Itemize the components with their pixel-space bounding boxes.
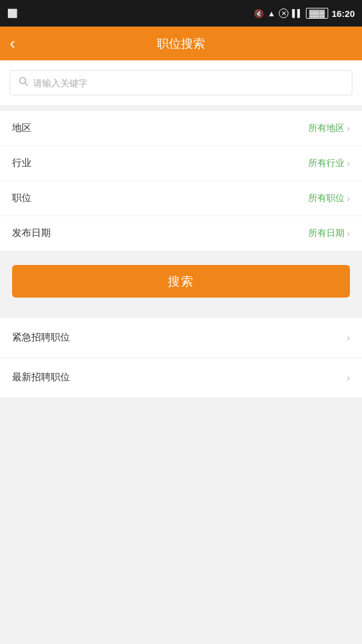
quick-link-urgent-label: 紧急招聘职位 [12, 331, 70, 344]
filter-row-date[interactable]: 发布日期 所有日期 › [0, 216, 362, 250]
quick-link-urgent[interactable]: 紧急招聘职位 › [0, 318, 362, 358]
filter-value-region-row: 所有地区 › [308, 123, 350, 134]
status-left: ⬜ [7, 8, 17, 18]
quick-link-latest[interactable]: 最新招聘职位 › [0, 358, 362, 397]
battery-icon: ▓▓▓ [306, 8, 328, 19]
search-button[interactable]: 搜索 [12, 265, 350, 298]
chevron-urgent-icon: › [347, 333, 350, 343]
filter-value-region: 所有地区 [308, 123, 345, 134]
search-section [0, 60, 362, 105]
back-button[interactable]: ‹ [10, 34, 15, 53]
chevron-industry-icon: › [347, 158, 350, 169]
back-icon: ‹ [10, 34, 15, 53]
quick-link-latest-label: 最新招聘职位 [12, 371, 70, 384]
filter-row-region[interactable]: 地区 所有地区 › [0, 111, 362, 146]
chevron-position-icon: › [347, 193, 350, 204]
filter-row-industry[interactable]: 行业 所有行业 › [0, 146, 362, 181]
filter-value-position: 所有职位 [308, 193, 345, 204]
filter-label-date: 发布日期 [12, 227, 51, 240]
filter-label-industry: 行业 [12, 157, 31, 170]
signal-icon: ▌▌ [292, 9, 302, 18]
wifi-icon: ▲ [267, 9, 275, 18]
screen-record-icon: ⬜ [7, 8, 17, 18]
search-icon [19, 77, 28, 89]
search-box [10, 70, 352, 95]
filter-value-industry-row: 所有行业 › [308, 158, 350, 169]
keyword-input[interactable] [33, 78, 343, 88]
filter-value-date-row: 所有日期 › [308, 228, 350, 239]
filter-section: 地区 所有地区 › 行业 所有行业 › 职位 所有职位 › 发布日期 所有日期 … [0, 111, 362, 250]
blocked-icon: ✕ [279, 8, 288, 18]
filter-value-date: 所有日期 [308, 228, 345, 239]
chevron-date-icon: › [347, 228, 350, 239]
filter-row-position[interactable]: 职位 所有职位 › [0, 181, 362, 216]
status-right: 🔇 ▲ ✕ ▌▌ ▓▓▓ 16:20 [254, 8, 355, 19]
quick-links: 紧急招聘职位 › 最新招聘职位 › [0, 318, 362, 397]
bottom-area [0, 397, 362, 518]
filter-label-region: 地区 [12, 122, 31, 135]
page-title: 职位搜索 [157, 36, 205, 52]
chevron-latest-icon: › [347, 372, 350, 383]
filter-label-position: 职位 [12, 192, 31, 205]
chevron-region-icon: › [347, 123, 350, 134]
mute-icon: 🔇 [254, 9, 264, 18]
filter-value-industry: 所有行业 [308, 158, 345, 169]
search-btn-section: 搜索 [0, 250, 362, 312]
time-display: 16:20 [332, 8, 355, 19]
svg-line-1 [25, 83, 28, 86]
status-bar: ⬜ 🔇 ▲ ✕ ▌▌ ▓▓▓ 16:20 [0, 0, 362, 27]
filter-value-position-row: 所有职位 › [308, 193, 350, 204]
app-header: ‹ 职位搜索 [0, 27, 362, 60]
